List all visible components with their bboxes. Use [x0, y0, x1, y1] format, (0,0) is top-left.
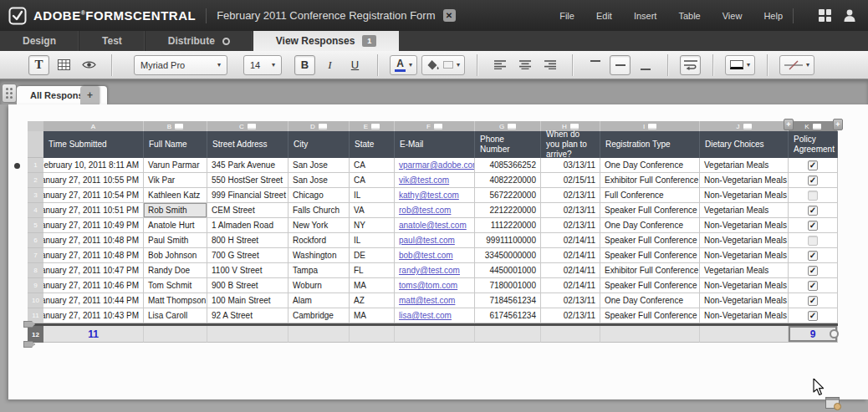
valign-middle-button[interactable] — [610, 55, 631, 75]
table-cell[interactable]: January 27, 2011 10:49 PM — [43, 218, 144, 233]
tab-design[interactable]: Design — [0, 31, 79, 51]
table-cell[interactable]: ✓ — [789, 218, 838, 233]
table-cell[interactable]: CA — [350, 158, 395, 173]
email-link[interactable]: vparmar@adobe.com — [399, 160, 475, 170]
table-cell[interactable]: February 10, 2011 8:11 AM — [43, 158, 144, 173]
policy-agreement-checkbox[interactable]: ✓ — [808, 311, 818, 321]
table-cell[interactable]: Washington — [288, 248, 350, 263]
policy-agreement-checkbox[interactable]: ✓ — [808, 175, 818, 186]
table-cell[interactable]: January 27, 2011 10:44 PM — [43, 293, 144, 308]
table-cell[interactable]: Cambridge — [288, 308, 350, 323]
table-cell[interactable]: Vik Par — [144, 173, 207, 188]
total-responses-count[interactable]: 11 — [43, 326, 144, 343]
table-cell[interactable]: anatole@test.com — [395, 218, 475, 233]
table-cell[interactable]: 02/15/11 — [541, 173, 600, 188]
table-cell[interactable]: One Day Conference — [600, 218, 700, 233]
table-cell[interactable]: Non-Vegetarian Meals — [700, 233, 789, 248]
email-link[interactable]: toms@tom.com — [399, 281, 457, 290]
row-number[interactable]: 6 — [28, 233, 43, 248]
summary-cell[interactable] — [541, 326, 600, 343]
table-cell[interactable]: 1100 V Street — [207, 263, 288, 278]
table-cell[interactable]: Vegetarian Meals — [700, 263, 789, 278]
table-cell[interactable]: Non-Vegetarian Meals — [700, 188, 789, 203]
policy-agreement-checkbox[interactable]: ✓ — [808, 206, 818, 216]
email-link[interactable]: bob@test.com — [399, 251, 453, 260]
row-number[interactable]: 9 — [28, 278, 43, 293]
table-cell[interactable]: Speaker Full Conference — [600, 233, 700, 248]
align-left-button[interactable] — [489, 55, 510, 75]
table-cell[interactable]: 1112220000 — [475, 218, 541, 233]
policy-agreement-checkbox[interactable]: ✓ — [808, 160, 818, 170]
table-cell[interactable]: Speaker Full Conference — [600, 278, 700, 293]
table-cell[interactable]: ✓ — [789, 293, 838, 308]
table-cell[interactable]: Rob Smith — [144, 203, 207, 218]
table-cell[interactable]: 5672220000 — [475, 188, 541, 203]
table-cell[interactable]: 100 Main Street — [207, 293, 288, 308]
table-cell[interactable]: toms@tom.com — [395, 278, 475, 293]
table-cell[interactable]: San Jose — [288, 173, 350, 188]
row-number[interactable]: 2 — [28, 173, 43, 188]
policy-agreement-checkbox[interactable]: ✓ — [808, 296, 818, 306]
column-header-policy-agreement[interactable]: Policy Agreement — [789, 131, 838, 158]
table-cell[interactable]: Exhibitor Full Conference — [600, 173, 700, 188]
table-cell[interactable]: 02/13/11 — [541, 293, 600, 308]
table-cell[interactable]: 02/14/11 — [541, 278, 600, 293]
table-cell[interactable]: 02/13/11 — [541, 203, 600, 218]
column-header-when-do-you-plan-to-arrive-[interactable]: When do you plan to arrive? — [541, 131, 600, 158]
line-style-button[interactable]: ▾ — [779, 55, 814, 75]
table-cell[interactable]: ✓ — [789, 173, 838, 188]
table-cell[interactable]: 800 H Street — [207, 233, 288, 248]
summary-cell[interactable] — [475, 326, 541, 343]
column-letter-J[interactable]: J — [700, 121, 789, 131]
table-cell[interactable] — [789, 188, 838, 203]
policy-agreement-checkbox[interactable]: ✓ — [808, 221, 818, 231]
summary-row-number[interactable]: 12 — [28, 326, 43, 343]
email-link[interactable]: lisa@test.com — [399, 311, 452, 320]
column-letter-A[interactable]: A — [43, 121, 144, 131]
summary-cell[interactable] — [350, 326, 395, 343]
table-cell[interactable] — [789, 233, 838, 248]
table-cell[interactable]: paul@test.com — [395, 233, 475, 248]
table-cell[interactable]: 92 A Street — [207, 308, 288, 323]
table-cell[interactable]: 700 G Street — [207, 248, 288, 263]
summary-cell[interactable] — [395, 326, 475, 343]
table-cell[interactable]: One Day Conference — [600, 158, 700, 173]
table-cell[interactable]: FL — [350, 263, 395, 278]
email-link[interactable]: paul@test.com — [399, 236, 455, 245]
table-cell[interactable]: Alam — [288, 293, 350, 308]
table-cell[interactable]: MA — [350, 278, 395, 293]
valign-bottom-button[interactable] — [635, 55, 656, 75]
policy-agreement-checkbox[interactable] — [808, 191, 818, 201]
table-cell[interactable]: IL — [350, 233, 395, 248]
user-account-icon[interactable] — [843, 8, 856, 23]
column-header-phone-number[interactable]: Phone Number — [475, 131, 541, 158]
summary-cell[interactable] — [700, 326, 789, 343]
column-header-registration-type[interactable]: Registration Type — [600, 131, 700, 158]
bold-button[interactable]: B — [294, 55, 315, 75]
table-view-button[interactable] — [54, 55, 74, 75]
preview-button[interactable] — [79, 55, 100, 75]
table-cell[interactable]: bob@test.com — [395, 248, 475, 263]
underline-button[interactable]: U — [345, 55, 365, 75]
column-letter-G[interactable]: G — [475, 121, 541, 131]
row-number[interactable]: 8 — [28, 263, 43, 278]
table-cell[interactable]: 4085366252 — [475, 158, 541, 173]
table-cell[interactable]: ✓ — [789, 278, 838, 293]
font-color-button[interactable]: A ▾ — [390, 55, 417, 75]
summary-cell[interactable] — [288, 326, 350, 343]
table-cell[interactable]: 999 Financial Street — [207, 188, 288, 203]
table-cell[interactable]: One Day Conference — [600, 293, 700, 308]
table-cell[interactable]: ✓ — [789, 263, 838, 278]
table-cell[interactable]: Non-Vegetarian Meals — [700, 308, 789, 323]
column-letter-F[interactable]: F — [395, 121, 475, 131]
table-cell[interactable]: ✓ — [789, 308, 838, 323]
table-cell[interactable]: Bob Johnson — [144, 248, 207, 263]
column-header-street-address[interactable]: Street Address — [207, 131, 288, 158]
row-number[interactable]: 1 — [28, 158, 43, 173]
column-header-full-name[interactable]: Full Name — [144, 131, 207, 158]
table-cell[interactable]: 02/14/11 — [541, 233, 600, 248]
column-header-e-mail[interactable]: E-Mail — [395, 131, 475, 158]
table-cell[interactable]: vik@test.com — [395, 173, 475, 188]
table-cell[interactable]: January 27, 2011 10:54 PM — [43, 188, 144, 203]
table-cell[interactable]: 7180001000 — [475, 278, 541, 293]
